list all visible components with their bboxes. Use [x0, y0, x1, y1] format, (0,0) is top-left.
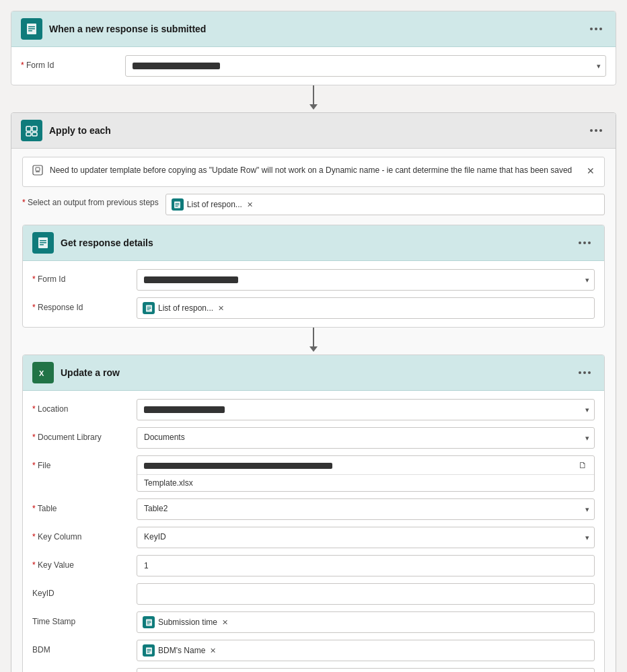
file-row: File 🗋 Template.xlsx: [32, 455, 595, 492]
apply-each-wrapper: Apply to each Need to updater template b…: [11, 112, 616, 672]
apply-each-body: Need to updater template before copying …: [11, 149, 616, 672]
svg-rect-31: [147, 650, 151, 651]
update-row-ellipsis-btn[interactable]: [575, 369, 595, 377]
file-name-row: Template.xlsx: [137, 475, 594, 491]
bdm-label: BDM: [32, 640, 130, 655]
svg-rect-7: [32, 133, 37, 136]
location-dropdown-wrapper: ▾: [137, 399, 595, 420]
file-label: File: [32, 455, 130, 470]
output-selector: * Select an output from previous steps: [22, 194, 605, 215]
timestamp-label: Time Stamp: [32, 611, 130, 626]
keyid-control: [137, 583, 595, 605]
file-browse-icon[interactable]: 🗋: [579, 460, 587, 470]
gr-form-id-label: Form Id: [32, 269, 130, 284]
table-dropdown-wrapper: Table2 ▾: [137, 498, 595, 520]
bdm-tag-close[interactable]: ✕: [210, 646, 216, 655]
company-name-tag-field[interactable]: Company Name ✕: [137, 668, 595, 672]
update-row-header: X Update a row: [23, 355, 604, 391]
table-dropdown[interactable]: Table2: [137, 498, 595, 520]
bdm-row: BDM: [32, 640, 595, 661]
svg-rect-21: [147, 308, 151, 309]
warning-close-icon[interactable]: ✕: [587, 164, 595, 178]
svg-rect-4: [26, 126, 31, 131]
location-control: ▾: [137, 399, 595, 420]
trigger-card: When a new response is submitted Form Id…: [11, 11, 616, 85]
update-row-card: X Update a row Location: [22, 354, 605, 672]
warning-text: Need to updater template before copying …: [50, 164, 572, 176]
output-tag-icon: [172, 198, 184, 211]
file-path-row: 🗋: [137, 456, 594, 475]
timestamp-tag-field[interactable]: Submission time ✕: [137, 611, 595, 633]
location-row: Location ▾: [32, 399, 595, 420]
timestamp-control: Submission time ✕: [137, 611, 595, 633]
svg-rect-2: [28, 28, 35, 30]
key-column-control: KeyID ▾: [137, 527, 595, 548]
trigger-title: When a new response is submitted: [49, 24, 206, 34]
get-response-body: Form Id ▾: [23, 261, 604, 327]
gr-response-id-row: Response Id: [32, 297, 595, 319]
gr-response-id-tag-close[interactable]: ✕: [218, 304, 224, 313]
bdm-tag-label: BDM's Name: [158, 646, 205, 655]
keyid-label: KeyID: [32, 583, 130, 598]
gr-form-id-control: ▾: [137, 269, 595, 291]
output-label: * Select an output from previous steps: [22, 194, 159, 207]
output-tag: List of respon... ✕: [172, 198, 253, 211]
output-tag-field[interactable]: List of respon... ✕: [165, 194, 605, 215]
svg-text:X: X: [39, 369, 44, 377]
svg-rect-10: [36, 172, 40, 172]
doc-library-control: Documents ▾: [137, 427, 595, 449]
company-name-control: Company Name ✕: [137, 668, 595, 672]
excel-icon: X: [32, 362, 54, 383]
get-response-header-left: Get response details: [32, 232, 153, 254]
output-tag-label: List of respon...: [187, 200, 242, 209]
bdm-tag-field[interactable]: BDM's Name ✕: [137, 640, 595, 661]
timestamp-tag-close[interactable]: ✕: [222, 618, 228, 627]
trigger-ellipsis-btn[interactable]: [586, 25, 606, 33]
gr-form-id-dropdown[interactable]: [137, 269, 595, 291]
svg-rect-16: [40, 240, 46, 241]
get-response-icon: [32, 232, 54, 254]
loop-icon: [21, 120, 42, 141]
keyid-row: KeyID: [32, 583, 595, 605]
update-row-body: Location ▾: [23, 391, 604, 672]
bdm-control: BDM's Name ✕: [137, 640, 595, 661]
company-name-row: Company Name: [32, 668, 595, 672]
svg-rect-32: [147, 652, 149, 652]
apply-each-ellipsis-btn[interactable]: [586, 126, 606, 135]
table-label: Table: [32, 498, 130, 513]
keyid-input[interactable]: [137, 583, 595, 605]
svg-rect-13: [176, 204, 180, 205]
gr-response-id-label: Response Id: [32, 297, 130, 312]
svg-rect-27: [147, 622, 151, 623]
key-column-row: Key Column KeyID ▾: [32, 527, 595, 548]
form-id-control: ▾: [125, 55, 606, 77]
gr-form-id-row: Form Id ▾: [32, 269, 595, 291]
key-column-label: Key Column: [32, 527, 130, 542]
gr-response-id-tag-field[interactable]: List of respon... ✕: [137, 297, 595, 319]
update-row-title: Update a row: [61, 367, 120, 378]
warning-icon: [32, 165, 43, 180]
forms-icon: [21, 18, 42, 40]
key-column-dropdown[interactable]: KeyID: [137, 527, 595, 548]
get-response-title: Get response details: [61, 237, 153, 248]
gr-response-id-control: List of respon... ✕: [137, 297, 595, 319]
output-tag-close[interactable]: ✕: [247, 200, 253, 209]
file-field-wrapper: 🗋 Template.xlsx: [137, 455, 595, 492]
doc-library-dropdown[interactable]: Documents: [137, 427, 595, 449]
form-id-dropdown[interactable]: [125, 55, 606, 77]
flow-container: When a new response is submitted Form Id…: [11, 11, 616, 672]
key-value-input[interactable]: [137, 555, 595, 576]
file-control: 🗋 Template.xlsx: [137, 455, 595, 492]
company-name-label: Company Name: [32, 668, 130, 672]
inner-cards: Get response details Form Id: [22, 225, 605, 672]
arrow-1: [309, 85, 318, 112]
apply-each-header: Apply to each: [11, 113, 616, 149]
doc-library-label: Document Library: [32, 427, 130, 442]
svg-rect-12: [176, 203, 180, 204]
timestamp-tag: Submission time ✕: [143, 616, 228, 628]
svg-rect-1: [28, 26, 35, 28]
doc-library-row: Document Library Documents ▾: [32, 427, 595, 449]
location-dropdown[interactable]: [137, 399, 595, 420]
timestamp-tag-label: Submission time: [158, 618, 217, 627]
get-response-ellipsis-btn[interactable]: [575, 239, 595, 247]
